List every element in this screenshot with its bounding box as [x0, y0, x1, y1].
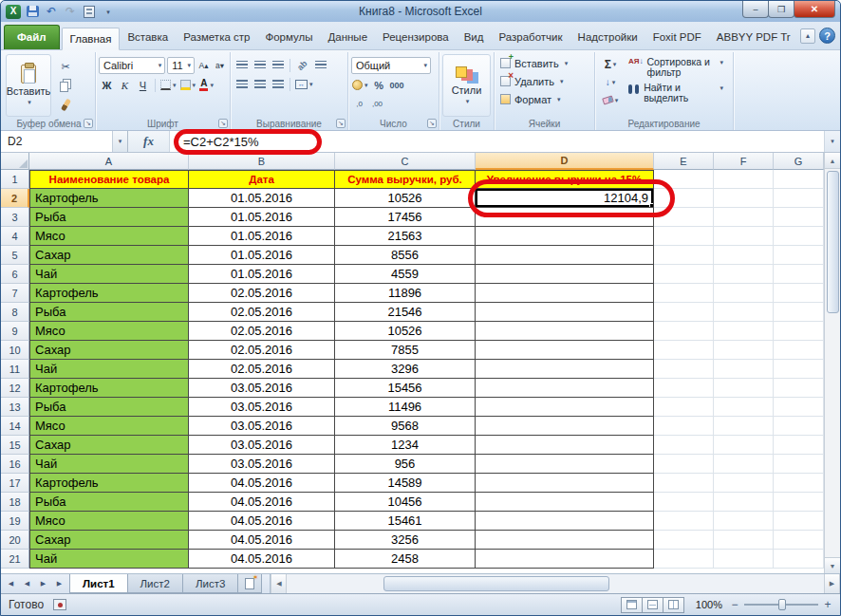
- ribbon-tab[interactable]: Вид: [457, 27, 492, 49]
- clear-button[interactable]: ▾: [598, 92, 623, 108]
- revenue-cell[interactable]: 21546: [335, 303, 476, 322]
- decrease-decimal-button[interactable]: ,00: [369, 96, 385, 112]
- revenue-cell[interactable]: 2458: [335, 550, 476, 569]
- cell-styles-button[interactable]: Стили ▾: [442, 54, 491, 117]
- product-cell[interactable]: Картофель: [29, 189, 189, 208]
- merge-center-button[interactable]: ↔▾: [294, 76, 314, 92]
- empty-cell[interactable]: [714, 170, 774, 189]
- scroll-right-arrow[interactable]: ▶: [824, 574, 840, 593]
- row-header[interactable]: 18: [1, 493, 29, 512]
- empty-cell[interactable]: [714, 208, 774, 227]
- fill-handle[interactable]: [649, 203, 654, 208]
- product-cell[interactable]: Чай: [29, 360, 189, 379]
- empty-cell[interactable]: [654, 246, 714, 265]
- dialog-launcher-icon[interactable]: ↘: [84, 119, 93, 128]
- ribbon-tab[interactable]: Главная: [62, 28, 121, 50]
- find-select-button[interactable]: Найти и выделить ▾: [626, 82, 725, 104]
- increase-cell[interactable]: [476, 341, 654, 360]
- row-header[interactable]: 7: [1, 284, 29, 303]
- format-painter-button[interactable]: [54, 97, 77, 113]
- date-cell[interactable]: 01.05.2016: [189, 265, 335, 284]
- italic-button[interactable]: К: [117, 77, 133, 93]
- comma-style-button[interactable]: 000: [389, 77, 405, 93]
- normal-view-button[interactable]: [621, 597, 643, 613]
- row-header[interactable]: 1: [1, 170, 29, 189]
- increase-cell[interactable]: [476, 436, 654, 455]
- fill-button[interactable]: ↓▾: [598, 74, 623, 90]
- paste-button[interactable]: Вставить ▾: [6, 54, 51, 117]
- empty-cell[interactable]: [654, 303, 714, 322]
- increase-cell[interactable]: [476, 360, 654, 379]
- ribbon-tab[interactable]: Формулы: [257, 27, 320, 49]
- zoom-level[interactable]: 100%: [692, 599, 722, 610]
- table-header-cell[interactable]: Увеличение выручки на 15%: [476, 170, 654, 189]
- date-cell[interactable]: 03.05.2016: [189, 436, 335, 455]
- empty-cell[interactable]: [774, 474, 824, 493]
- date-cell[interactable]: 04.05.2016: [189, 531, 335, 550]
- horizontal-scrollbar[interactable]: ◀ ▶: [270, 574, 840, 593]
- date-cell[interactable]: 04.05.2016: [189, 512, 335, 531]
- increase-cell[interactable]: [476, 227, 654, 246]
- save-button[interactable]: [25, 4, 40, 19]
- increase-cell[interactable]: [476, 493, 654, 512]
- increase-cell[interactable]: [476, 417, 654, 436]
- close-button[interactable]: ✕: [794, 1, 835, 18]
- date-cell[interactable]: 02.05.2016: [189, 341, 335, 360]
- empty-cell[interactable]: [774, 303, 824, 322]
- date-cell[interactable]: 03.05.2016: [189, 398, 335, 417]
- empty-cell[interactable]: [654, 493, 714, 512]
- empty-cell[interactable]: [714, 417, 774, 436]
- revenue-cell[interactable]: 9568: [335, 417, 476, 436]
- page-break-view-button[interactable]: [663, 597, 684, 613]
- increase-cell[interactable]: 12104,9: [476, 189, 654, 208]
- scroll-left-arrow[interactable]: ◀: [271, 574, 287, 593]
- column-header[interactable]: C: [335, 153, 476, 170]
- copy-button[interactable]: [54, 78, 77, 94]
- empty-cell[interactable]: [774, 360, 824, 379]
- date-cell[interactable]: 01.05.2016: [189, 208, 335, 227]
- empty-cell[interactable]: [654, 436, 714, 455]
- name-box-dropdown[interactable]: ▾: [113, 131, 128, 152]
- empty-cell[interactable]: [774, 170, 824, 189]
- revenue-cell[interactable]: 1234: [335, 436, 476, 455]
- empty-cell[interactable]: [774, 550, 824, 569]
- date-cell[interactable]: 02.05.2016: [189, 284, 335, 303]
- shrink-font-button[interactable]: а▾: [213, 58, 227, 74]
- insert-function-button[interactable]: fx: [128, 131, 170, 152]
- increase-decimal-button[interactable]: ,0: [351, 96, 367, 112]
- wrap-text-button[interactable]: [312, 57, 328, 73]
- revenue-cell[interactable]: 11496: [335, 398, 476, 417]
- product-cell[interactable]: Сахар: [29, 436, 189, 455]
- empty-cell[interactable]: [654, 227, 714, 246]
- product-cell[interactable]: Мясо: [29, 322, 189, 341]
- cut-button[interactable]: ✂: [54, 59, 77, 75]
- table-header-cell[interactable]: Сумма выручки, руб.: [335, 170, 476, 189]
- empty-cell[interactable]: [714, 493, 774, 512]
- vertical-scrollbar[interactable]: ▲ ▼: [824, 153, 840, 573]
- align-left-button[interactable]: [234, 76, 250, 92]
- row-header[interactable]: 6: [1, 265, 29, 284]
- ribbon-tab[interactable]: Файл: [4, 25, 60, 49]
- horizontal-scroll-thumb[interactable]: [383, 576, 609, 591]
- column-header[interactable]: A: [29, 153, 189, 170]
- revenue-cell[interactable]: 8556: [335, 246, 476, 265]
- delete-cells-button[interactable]: Удалить ▾: [497, 72, 591, 90]
- empty-cell[interactable]: [714, 550, 774, 569]
- product-cell[interactable]: Картофель: [29, 284, 189, 303]
- column-header[interactable]: G: [774, 153, 824, 170]
- increase-cell[interactable]: [476, 284, 654, 303]
- zoom-in-button[interactable]: +: [823, 598, 832, 611]
- revenue-cell[interactable]: 4559: [335, 265, 476, 284]
- product-cell[interactable]: Сахар: [29, 531, 189, 550]
- empty-cell[interactable]: [774, 436, 824, 455]
- empty-cell[interactable]: [714, 303, 774, 322]
- ribbon-tab[interactable]: Разметка стр: [176, 27, 257, 49]
- date-cell[interactable]: 01.05.2016: [189, 246, 335, 265]
- undo-button[interactable]: ↶: [44, 4, 59, 19]
- empty-cell[interactable]: [714, 227, 774, 246]
- revenue-cell[interactable]: 10456: [335, 493, 476, 512]
- empty-cell[interactable]: [654, 341, 714, 360]
- column-header[interactable]: F: [714, 153, 774, 170]
- revenue-cell[interactable]: 3256: [335, 531, 476, 550]
- expand-formula-bar-button[interactable]: ▾: [824, 131, 840, 152]
